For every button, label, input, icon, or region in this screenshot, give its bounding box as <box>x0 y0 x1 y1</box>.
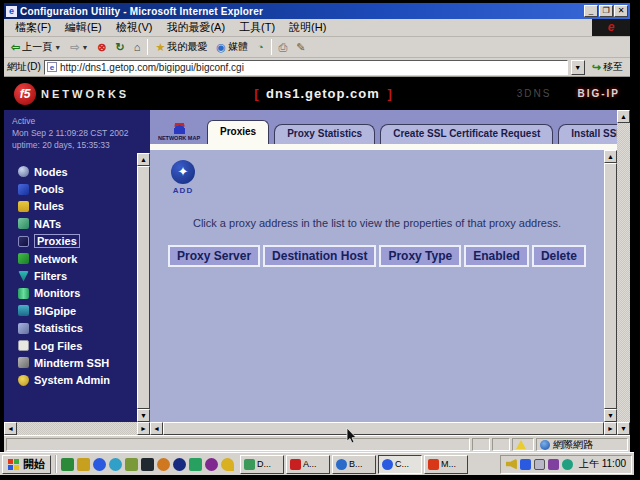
task-icon <box>336 459 347 470</box>
task-button[interactable]: A... <box>286 455 330 474</box>
sidebar-item-nats[interactable]: NATs <box>18 215 137 232</box>
volume-icon[interactable] <box>506 459 517 470</box>
taskbar-clock[interactable]: 上午 11:00 <box>579 457 626 471</box>
status-message-pane <box>6 438 470 451</box>
tab-create-ssl-certificate-request[interactable]: Create SSL Certificate Request <box>380 124 553 144</box>
sidebar-item-pools[interactable]: Pools <box>18 180 137 197</box>
menu-edit[interactable]: 編輯(E) <box>58 19 109 36</box>
quicklaunch-icon[interactable] <box>205 458 218 471</box>
back-button[interactable]: ⇦ 上一頁 ▼ <box>7 39 65 55</box>
sidebar-item-network[interactable]: Network <box>18 250 137 267</box>
scroll-left-icon[interactable]: ◄ <box>4 422 17 435</box>
task-button-active[interactable]: C... <box>378 455 422 474</box>
go-button[interactable]: ↪ 移至 <box>588 60 627 74</box>
sidebar-item-bigpipe[interactable]: BIGpipe <box>18 302 137 319</box>
home-button[interactable]: ⌂ <box>130 41 145 54</box>
column-delete: Delete <box>532 245 586 267</box>
scroll-down-icon[interactable]: ▼ <box>617 422 630 435</box>
task-button[interactable]: B... <box>332 455 376 474</box>
tray-icon[interactable] <box>562 459 573 470</box>
sidebar-item-system-admin[interactable]: System Admin <box>18 372 137 389</box>
scroll-left-icon[interactable]: ◄ <box>150 422 163 435</box>
scroll-up-icon[interactable]: ▲ <box>604 150 617 163</box>
scrollbar-thumb[interactable] <box>604 163 617 409</box>
content-horizontal-scrollbar[interactable]: ◄ ► <box>150 422 617 435</box>
sidebar-item-nodes[interactable]: Nodes <box>18 163 137 180</box>
content-vertical-scrollbar[interactable]: ▲ ▼ <box>604 150 617 422</box>
scrollbar-track[interactable] <box>17 422 137 435</box>
media-button[interactable]: ◉ 媒體 <box>212 39 252 55</box>
product-bigip[interactable]: BIG-IP <box>577 88 620 99</box>
quicklaunch-icon[interactable] <box>173 458 186 471</box>
sidebar-item-rules[interactable]: Rules <box>18 198 137 215</box>
sidebar-vertical-scrollbar[interactable]: ▲ ▼ <box>137 153 150 422</box>
page-vertical-scrollbar[interactable]: ▲ ▼ <box>617 110 630 435</box>
quicklaunch-icon[interactable] <box>93 458 106 471</box>
task-button[interactable]: M... <box>424 455 468 474</box>
scrollbar-thumb[interactable] <box>137 166 150 409</box>
ie-window-icon: e <box>6 6 17 17</box>
favorites-button[interactable]: ★ 我的最愛 <box>151 39 211 55</box>
quicklaunch-icon[interactable] <box>77 458 90 471</box>
menu-tools[interactable]: 工具(T) <box>232 19 282 36</box>
maximize-button[interactable]: ❐ <box>599 5 613 17</box>
add-proxy-button[interactable]: ✦ ADD <box>166 160 200 195</box>
task-button[interactable]: D... <box>240 455 284 474</box>
scroll-up-icon[interactable]: ▲ <box>137 153 150 166</box>
tray-icon[interactable] <box>520 459 531 470</box>
quicklaunch-icon[interactable] <box>189 458 202 471</box>
forward-dropdown-icon[interactable]: ▼ <box>81 44 88 51</box>
add-icon[interactable]: ✦ <box>171 160 195 184</box>
network-map-button[interactable]: NETWORK MAP <box>156 123 202 144</box>
menu-view[interactable]: 檢視(V) <box>109 19 160 36</box>
tab-proxy-statistics[interactable]: Proxy Statistics <box>274 124 375 144</box>
stop-button[interactable]: ⊗ <box>93 41 110 54</box>
quicklaunch-icon[interactable] <box>141 458 154 471</box>
quicklaunch-icon[interactable] <box>221 458 234 471</box>
scroll-down-icon[interactable]: ▼ <box>137 409 150 422</box>
network-map-icon <box>173 123 186 134</box>
quicklaunch-icon[interactable] <box>125 458 138 471</box>
print-button[interactable]: ⎙ <box>275 41 292 54</box>
sidebar-item-log-files[interactable]: Log Files <box>18 337 137 354</box>
menu-file[interactable]: 檔案(F) <box>8 19 58 36</box>
tab-install-ssl-certificate[interactable]: Install SSL Certifi <box>558 124 617 144</box>
quicklaunch-icon[interactable] <box>157 458 170 471</box>
menu-help[interactable]: 說明(H) <box>282 19 333 36</box>
close-button[interactable]: ✕ <box>614 5 628 17</box>
menu-favorites[interactable]: 我的最愛(A) <box>159 19 232 36</box>
log-files-icon <box>18 340 29 351</box>
start-button[interactable]: 開始 <box>2 455 51 474</box>
sidebar-horizontal-scrollbar[interactable]: ◄ ► <box>4 422 150 435</box>
edit-button[interactable]: ✎ <box>292 41 309 54</box>
url-dropdown-icon[interactable]: ▼ <box>571 60 585 75</box>
scroll-down-icon[interactable]: ▼ <box>604 409 617 422</box>
forward-button[interactable]: ⇨ ▼ <box>66 41 92 54</box>
proxies-icon <box>18 236 29 247</box>
display-icon[interactable] <box>534 459 545 470</box>
tray-icon[interactable] <box>548 459 559 470</box>
sidebar-item-monitors[interactable]: Monitors <box>18 285 137 302</box>
url-input[interactable]: e http://dns1.getop.com/bigipgui/bigconf… <box>44 60 568 75</box>
history-button[interactable]: ◔ <box>253 41 268 54</box>
sidebar-item-mindterm-ssh[interactable]: Mindterm SSH <box>18 354 137 371</box>
scroll-right-icon[interactable]: ► <box>137 422 150 435</box>
scrollbar-track[interactable] <box>617 123 630 422</box>
quicklaunch-icon[interactable] <box>61 458 74 471</box>
sidebar-item-filters[interactable]: Filters <box>18 267 137 284</box>
tab-proxies[interactable]: Proxies <box>207 120 269 144</box>
address-bar: 網址(D) e http://dns1.getop.com/bigipgui/b… <box>4 58 630 77</box>
sidebar-item-proxies[interactable]: Proxies <box>18 233 137 250</box>
minimize-button[interactable]: _ <box>584 5 598 17</box>
product-3dns[interactable]: 3DNS <box>517 88 552 99</box>
sidebar-item-statistics[interactable]: Statistics <box>18 320 137 337</box>
back-dropdown-icon[interactable]: ▼ <box>54 44 61 51</box>
scrollbar-thumb[interactable] <box>163 422 604 435</box>
task-icon <box>290 459 301 470</box>
scroll-right-icon[interactable]: ► <box>604 422 617 435</box>
quicklaunch-icon[interactable] <box>109 458 122 471</box>
scroll-up-icon[interactable]: ▲ <box>617 110 630 123</box>
refresh-button[interactable]: ↻ <box>112 41 129 54</box>
sidebar-nav: Nodes Pools Rules NATs Proxies Network F… <box>4 153 137 422</box>
window-title: Configuration Utility - Microsoft Intern… <box>20 6 583 17</box>
